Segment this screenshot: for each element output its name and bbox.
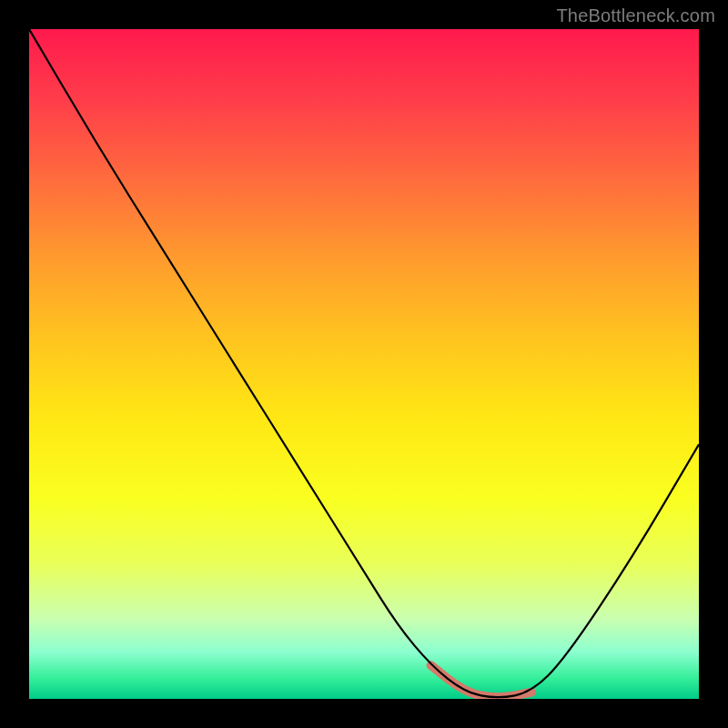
frame-bottom	[0, 699, 728, 728]
watermark-text: TheBottleneck.com	[556, 5, 715, 26]
frame-left	[0, 0, 29, 728]
chart-svg	[29, 29, 699, 699]
frame-right	[699, 0, 728, 728]
chart-highlight-segment	[431, 665, 531, 697]
chart-plot-area	[29, 29, 699, 699]
chart-curve	[29, 29, 699, 697]
